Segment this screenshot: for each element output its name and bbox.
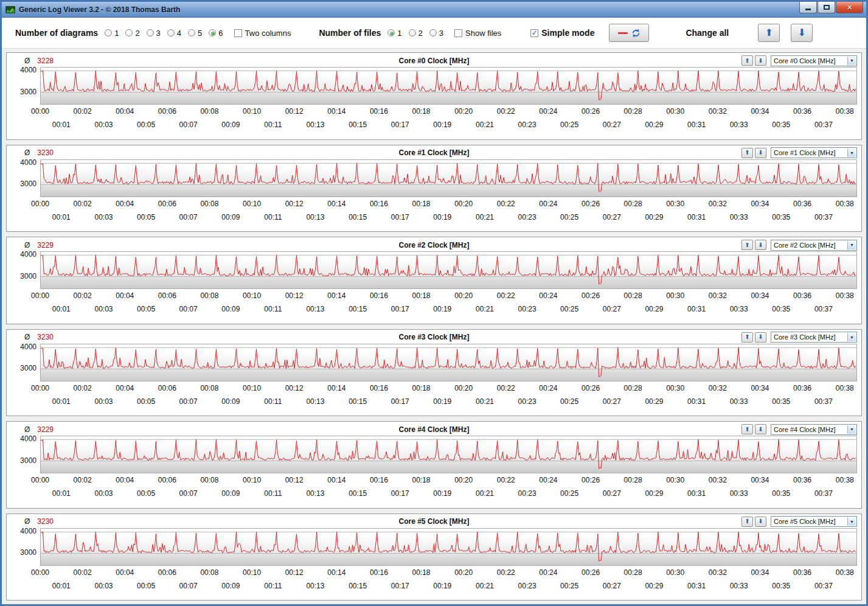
move-down-button[interactable]: ⬇: [755, 240, 766, 250]
change-all-down-button[interactable]: ⬇: [791, 24, 813, 42]
y-tick-label: 4000: [20, 250, 36, 259]
series-dropdown[interactable]: Core #4 Clock [MHz]▾: [771, 424, 857, 435]
y-tick-label: 4000: [20, 527, 36, 535]
files-radio-3[interactable]: 3: [429, 29, 443, 38]
x-tick-label: 00:30: [666, 200, 684, 208]
checkbox-icon[interactable]: ✓: [530, 29, 538, 37]
move-up-button[interactable]: ⬆: [741, 240, 753, 250]
radio-icon[interactable]: [105, 29, 112, 37]
y-axis: 40003000: [11, 251, 40, 289]
series-dropdown[interactable]: Core #5 Clock [MHz]▾: [771, 516, 857, 527]
x-tick-label: 00:10: [243, 384, 261, 392]
x-tick-label: 00:37: [814, 582, 833, 590]
move-up-button[interactable]: ⬆: [741, 332, 753, 343]
x-tick-label: 00:03: [94, 213, 113, 221]
move-up-button[interactable]: ⬆: [741, 517, 753, 527]
simple-mode-checkbox[interactable]: ✓ Simple mode: [530, 28, 594, 38]
diagrams-radio-3[interactable]: 3: [147, 29, 161, 38]
x-tick-label: 00:38: [836, 568, 854, 577]
x-tick-label: 00:17: [391, 120, 409, 129]
refresh-button[interactable]: [609, 24, 649, 42]
y-tick-label: 4000: [20, 158, 36, 167]
x-tick-label: 00:20: [454, 568, 473, 577]
series-dropdown[interactable]: Core #3 Clock [MHz]▾: [771, 332, 857, 343]
x-tick-label: 00:34: [751, 107, 769, 116]
x-tick-label: 00:30: [666, 384, 684, 392]
x-tick-label: 00:05: [137, 397, 155, 406]
files-radio-1[interactable]: 1: [387, 29, 401, 38]
change-all-up-button[interactable]: ⬆: [758, 24, 780, 42]
average-symbol: Ø: [24, 425, 30, 434]
radio-icon[interactable]: [188, 29, 195, 37]
chart-title: Core #0 Clock [MHz]: [11, 57, 857, 65]
move-up-button[interactable]: ⬆: [741, 424, 753, 434]
x-tick-label: 00:00: [31, 384, 49, 392]
average-readout: Ø3229: [24, 425, 54, 434]
move-down-button[interactable]: ⬇: [755, 517, 766, 527]
x-tick-label: 00:10: [243, 107, 261, 116]
two-columns-checkbox[interactable]: Two columns: [234, 29, 291, 38]
diagrams-radio-2[interactable]: 2: [125, 29, 139, 38]
move-down-button[interactable]: ⬇: [755, 332, 766, 343]
x-tick-label: 00:21: [476, 489, 494, 498]
average-readout: Ø3230: [24, 333, 54, 341]
plot-area[interactable]: [40, 67, 857, 105]
x-tick-label: 00:11: [264, 582, 282, 590]
plot-area[interactable]: [40, 251, 857, 289]
plot-area[interactable]: [40, 528, 857, 566]
radio-icon[interactable]: [125, 29, 133, 37]
radio-icon[interactable]: [209, 29, 216, 37]
checkbox-icon[interactable]: [454, 29, 462, 37]
x-tick-label: 00:37: [814, 397, 833, 406]
x-tick-label: 00:37: [814, 120, 833, 129]
x-tick-label: 00:04: [116, 384, 134, 392]
files-radio-2[interactable]: 2: [409, 29, 423, 38]
plot-area[interactable]: [40, 344, 857, 381]
diagrams-radio-4[interactable]: 4: [167, 29, 181, 38]
show-files-checkbox[interactable]: Show files: [454, 29, 501, 38]
chart-panel: Ø3230Core #5 Clock [MHz]⬆⬇Core #5 Clock …: [6, 514, 862, 601]
y-axis: 40003000: [11, 344, 40, 381]
minimize-button[interactable]: [799, 2, 817, 13]
radio-icon[interactable]: [409, 29, 416, 37]
y-tick-label: 3000: [20, 88, 36, 96]
x-tick-label: 00:02: [74, 107, 92, 116]
move-down-button[interactable]: ⬇: [755, 424, 766, 434]
x-tick-label: 00:11: [264, 397, 282, 406]
x-tick-label: 00:20: [454, 384, 473, 392]
x-tick-label: 00:12: [285, 200, 304, 208]
maximize-button[interactable]: [818, 2, 835, 13]
x-tick-label: 00:13: [306, 305, 324, 313]
diagrams-radio-6[interactable]: 6: [209, 29, 223, 38]
move-down-button[interactable]: ⬇: [755, 55, 766, 66]
radio-icon[interactable]: [167, 29, 175, 37]
series-dropdown[interactable]: Core #1 Clock [MHz]▾: [771, 147, 857, 158]
x-tick-label: 00:33: [730, 489, 748, 498]
move-up-button[interactable]: ⬆: [741, 148, 753, 158]
number-of-files-label: Number of files: [319, 28, 381, 38]
x-tick-label: 00:28: [624, 200, 642, 208]
checkbox-icon[interactable]: [234, 29, 242, 37]
x-tick-label: 00:24: [539, 200, 557, 208]
plot-area[interactable]: [40, 436, 857, 473]
chart-title: Core #4 Clock [MHz]: [11, 425, 857, 434]
average-symbol: Ø: [24, 333, 30, 341]
diagrams-radio-1[interactable]: 1: [105, 29, 119, 38]
radio-icon[interactable]: [147, 29, 154, 37]
radio-icon[interactable]: [387, 29, 395, 37]
x-tick-label: 00:24: [539, 107, 557, 116]
plot-area[interactable]: [40, 159, 857, 197]
diagrams-radio-5[interactable]: 5: [188, 29, 202, 38]
x-tick-label: 00:03: [94, 120, 113, 129]
x-tick-label: 00:32: [709, 200, 727, 208]
close-button[interactable]: ✕: [836, 2, 863, 13]
series-dropdown[interactable]: Core #2 Clock [MHz]▾: [771, 240, 857, 251]
x-tick-label: 00:36: [793, 568, 811, 577]
move-up-button[interactable]: ⬆: [741, 55, 753, 66]
series-dropdown[interactable]: Core #0 Clock [MHz]▾: [771, 55, 857, 66]
x-tick-label: 00:10: [243, 476, 261, 484]
x-tick-label: 00:16: [370, 384, 388, 392]
move-down-button[interactable]: ⬇: [755, 148, 766, 158]
radio-icon[interactable]: [429, 29, 437, 37]
x-tick-label: 00:07: [179, 213, 198, 221]
